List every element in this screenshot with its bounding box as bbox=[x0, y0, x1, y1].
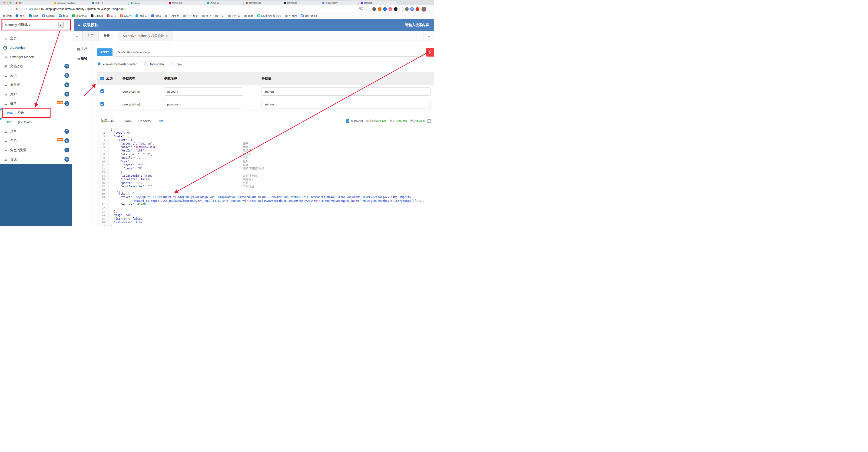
content-type-radio[interactable]: x-www-form-urlencoded bbox=[97, 62, 137, 66]
bookmark-item[interactable]: GitHub bbox=[91, 15, 103, 17]
browser-tab[interactable]: 图床批量上传 bbox=[244, 1, 282, 5]
header-search-input[interactable]: 请输入搜索内容 bbox=[405, 23, 429, 27]
browser-tab[interactable]: Nacos bbox=[129, 1, 167, 5]
content-tab[interactable]: 登录× bbox=[99, 31, 118, 41]
bookmark-item[interactable]: ▦应用 bbox=[3, 14, 11, 18]
profile-avatar[interactable] bbox=[422, 7, 426, 12]
service-group-select[interactable]: authority-权限模块 ▲▼ bbox=[2, 21, 64, 29]
reload-icon[interactable]: ↻ bbox=[15, 7, 19, 11]
content-tab[interactable]: 主页 bbox=[83, 31, 99, 41]
sidebar-item[interactable]: ☁应用5 bbox=[0, 71, 72, 80]
content-type-radio[interactable]: form-data bbox=[144, 62, 164, 66]
sidebar-api-get[interactable]: GET验证token bbox=[0, 117, 72, 127]
param-value-input[interactable] bbox=[261, 100, 431, 109]
back-icon[interactable]: ← bbox=[2, 7, 6, 11]
bookmark-item[interactable]: 微信 bbox=[202, 14, 211, 18]
sidebar-item[interactable]: ☁资源6 bbox=[0, 155, 72, 164]
bookmark-item[interactable]: 小目标 bbox=[285, 14, 297, 18]
tabs-scroll-left-icon[interactable]: « bbox=[72, 31, 83, 41]
fold-icon[interactable]: ▾ bbox=[105, 135, 109, 138]
sidebar-item[interactable]: ▤文档管理3 bbox=[0, 62, 72, 71]
extension-icon[interactable] bbox=[394, 7, 398, 11]
tabs-scroll-right-icon[interactable]: » bbox=[424, 31, 434, 41]
close-window-icon[interactable] bbox=[3, 2, 5, 3]
show-desc-checkbox[interactable] bbox=[346, 119, 349, 123]
bookmark-item[interactable]: 什么都有 bbox=[183, 14, 198, 18]
sidebar-item[interactable]: ⌂主页 bbox=[0, 34, 72, 43]
bookmark-item[interactable]: 学习资料 bbox=[164, 14, 179, 18]
sidebar-api-post[interactable]: POST登录 bbox=[0, 108, 72, 117]
send-button[interactable]: 发 bbox=[426, 48, 434, 57]
row-checkbox[interactable] bbox=[100, 89, 104, 93]
extension-icon[interactable]: 快 bbox=[410, 7, 414, 11]
select-stepper-icon[interactable]: ▲▼ bbox=[58, 22, 63, 28]
response-tab[interactable]: 响应内容 bbox=[97, 117, 118, 125]
response-tab[interactable]: Curl bbox=[158, 119, 164, 123]
content-type-radio[interactable]: raw bbox=[171, 62, 182, 66]
select-all-checkbox[interactable] bbox=[100, 77, 104, 80]
param-name-input[interactable] bbox=[164, 100, 243, 109]
sidebar-item[interactable]: ☁服务表6 bbox=[0, 80, 72, 90]
fullscreen-icon[interactable] bbox=[428, 119, 431, 123]
browser-tab[interactable]: 百度一下 bbox=[90, 1, 129, 5]
forward-icon[interactable]: → bbox=[9, 7, 13, 11]
extension-icon[interactable] bbox=[378, 7, 381, 11]
browser-tab[interactable]: 网易云音乐 bbox=[167, 1, 205, 5]
extension-icon[interactable] bbox=[415, 7, 420, 11]
bookmark-star-icon[interactable]: ☆ bbox=[365, 7, 368, 11]
bookmark-item[interactable]: 译翻译 bbox=[59, 14, 68, 18]
address-bar[interactable]: ⓘ 127.0.0.1:8760/api/gate/doc.html#/auth… bbox=[21, 6, 370, 12]
sidebar-item[interactable]: ≣Swagger Models bbox=[0, 52, 72, 62]
extension-icon[interactable] bbox=[399, 7, 403, 11]
bookmark-item[interactable]: 已导入 bbox=[228, 14, 240, 18]
browser-tab[interactable]: 新标签页 bbox=[359, 1, 397, 5]
browser-tab[interactable]: 谷歌访问助手 bbox=[320, 1, 359, 5]
param-value-input[interactable] bbox=[261, 87, 431, 96]
close-icon[interactable]: × bbox=[166, 34, 167, 38]
sidebar-item[interactable]: ☁角色NEW8 bbox=[0, 136, 72, 145]
response-tab[interactable]: Raw bbox=[125, 119, 131, 123]
bookmark-item[interactable]: CCSDN bbox=[120, 15, 131, 17]
bookmark-item[interactable]: G码云 bbox=[107, 14, 116, 18]
fold-icon[interactable]: ▾ bbox=[105, 138, 109, 142]
param-name-input[interactable] bbox=[164, 87, 243, 96]
sidebar-item[interactable]: Authorize bbox=[0, 43, 72, 52]
bookmark-item[interactable]: mac bbox=[244, 15, 253, 17]
bookmark-item[interactable]: bBing bbox=[29, 15, 38, 17]
browser-tab[interactable]: github文档 bbox=[282, 1, 320, 5]
fold-icon[interactable]: ▾ bbox=[105, 128, 109, 131]
bookmark-item[interactable]: 开源中国 bbox=[72, 14, 87, 18]
response-code-editor[interactable]: 1▾{2 "code": 0,3▾ "data": {4▾ "user": {5… bbox=[97, 128, 434, 226]
sidebar-item[interactable]: ☁菜单7 bbox=[0, 127, 72, 136]
sidebar-item[interactable]: ☁角色的资源1 bbox=[0, 145, 72, 155]
bookmark-item[interactable]: 101024Tools bbox=[301, 15, 317, 17]
browser-tab[interactable]: temporary-interface bbox=[52, 1, 90, 5]
bookmark-item[interactable]: 百度云 bbox=[135, 14, 148, 18]
extension-icon[interactable] bbox=[383, 7, 387, 11]
fold-icon[interactable]: ▾ bbox=[105, 160, 109, 163]
content-tab[interactable]: Authorize-authority-权限模块× bbox=[118, 31, 173, 41]
sidebar-item[interactable]: ☁用户9 bbox=[0, 90, 72, 99]
close-icon[interactable]: × bbox=[112, 34, 113, 38]
bookmark-item[interactable]: 公司 bbox=[215, 14, 224, 18]
page-info-icon[interactable]: ⓘ bbox=[24, 7, 27, 11]
bookmark-item[interactable]: ESES搜索引擎文档 bbox=[257, 14, 281, 18]
bookmark-item[interactable]: GGoogle bbox=[42, 15, 55, 17]
response-tab[interactable]: Headers bbox=[138, 119, 151, 123]
browser-tab[interactable]: 翻译 bbox=[13, 1, 52, 5]
request-url-input[interactable] bbox=[115, 48, 424, 57]
bookmark-item[interactable]: 笔记 bbox=[151, 14, 161, 18]
address-url[interactable]: 127.0.0.1:8760/api/gate/doc.html#/author… bbox=[28, 7, 357, 11]
extension-icon[interactable] bbox=[405, 7, 409, 11]
maximize-window-icon[interactable] bbox=[9, 2, 11, 3]
browser-tab[interactable]: 离线下载 bbox=[205, 1, 244, 5]
doc-tab-doc[interactable]: ▤文档 bbox=[72, 44, 93, 54]
translate-icon[interactable]: 文A bbox=[359, 7, 363, 11]
minimize-window-icon[interactable] bbox=[6, 2, 8, 3]
extension-icon[interactable] bbox=[372, 7, 376, 11]
menu-toggle-icon[interactable]: ≡ bbox=[78, 23, 81, 27]
doc-tab-debug[interactable]: ⚙调试 bbox=[72, 54, 93, 64]
row-checkbox[interactable] bbox=[100, 102, 104, 106]
sidebar-item[interactable]: ☁登录NEW2 bbox=[0, 99, 72, 108]
bookmark-item[interactable]: 百度 bbox=[16, 14, 25, 18]
